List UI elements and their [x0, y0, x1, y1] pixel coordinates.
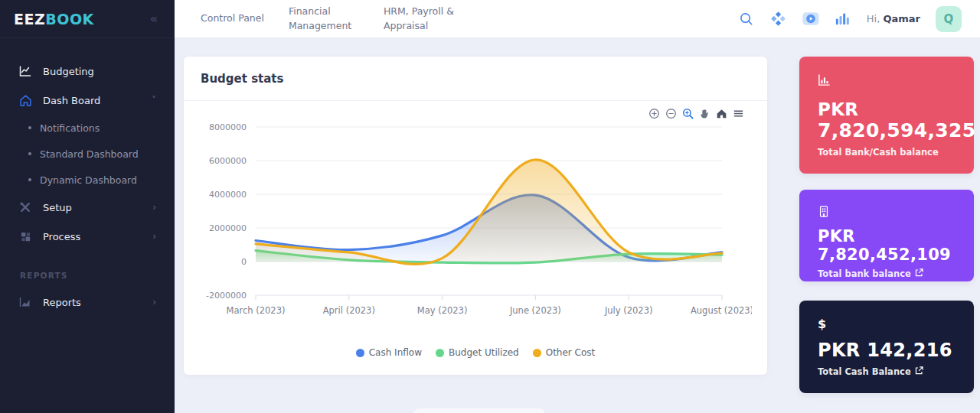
stat-label: Total bank balance [818, 268, 956, 279]
nav-link-control-panel[interactable]: Control Panel [201, 11, 264, 25]
stat-amount: PKR 142,216 [818, 340, 956, 362]
svg-text:0: 0 [241, 257, 247, 267]
logo-primary: EEZ [14, 11, 45, 28]
budget-chart[interactable]: 80000006000000400000020000000-2000000Mar… [185, 110, 752, 337]
search-icon[interactable] [738, 11, 755, 28]
chart-area: 80000006000000400000020000000-2000000Mar… [184, 101, 767, 375]
sidebar-item-process[interactable]: Process › [0, 222, 175, 251]
stat-card-cash-balance[interactable]: $ PKR 142,216 Total Cash Balance [799, 301, 974, 393]
stat-card-bank-balance[interactable]: PKR 7,820,452,109 Total bank balance [799, 190, 974, 281]
sidebar-item-label: Reports [43, 297, 81, 308]
menu-icon[interactable] [732, 107, 744, 119]
legend-dot [533, 349, 541, 357]
legend-label: Cash Inflow [369, 347, 422, 358]
chart-legend: Cash InflowBudget UtilizedOther Cost [184, 347, 767, 358]
apps-diamond-icon[interactable] [770, 11, 787, 28]
sidebar-subitem-label: Notifications [40, 122, 100, 134]
zoom-in-icon[interactable] [648, 107, 660, 119]
sidebar-item-reports[interactable]: Reports › [0, 288, 175, 317]
sidebar-item-dashboard[interactable]: Dash Board ˅ [0, 86, 175, 115]
username: Qamar [883, 13, 920, 24]
svg-text:August (2023): August (2023) [691, 305, 752, 316]
stat-label-text: Total Cash Balance [818, 366, 911, 377]
sidebar-item-label: Budgeting [43, 66, 94, 77]
svg-text:6000000: 6000000 [209, 156, 247, 166]
chevron-right-icon: › [152, 202, 156, 213]
stat-label: Total Cash Balance [818, 366, 956, 377]
home-reset-icon[interactable] [715, 107, 727, 119]
avatar[interactable]: Q [936, 6, 962, 32]
sidebar-subitem-label: Dynamic Dashboard [40, 174, 137, 186]
sidebar-nav: Budgeting Dash Board ˅ Notifications Sta… [0, 38, 175, 317]
bank-building-icon [818, 205, 956, 218]
svg-text:June (2023): June (2023) [509, 305, 561, 316]
topnav-links: Control Panel Financial Management HRM, … [201, 5, 459, 32]
budget-card-header: Budget stats [184, 57, 767, 101]
external-link-icon[interactable] [915, 366, 923, 377]
svg-text:April (2023): April (2023) [323, 305, 375, 316]
stat-currency: PKR [818, 99, 956, 119]
nav-link-hrm-payroll[interactable]: HRM, Payroll & Appraisal [384, 5, 459, 32]
bullet-icon [28, 152, 31, 155]
legend-dot [356, 349, 364, 357]
sidebar-subitem-notifications[interactable]: Notifications [0, 115, 175, 141]
sidebar: EEZBOOK « Budgeting Dash Board ˅ Notific… [0, 0, 175, 413]
selection-zoom-icon[interactable] [681, 107, 694, 119]
sidebar-item-setup[interactable]: Setup › [0, 193, 175, 222]
process-grid-icon [18, 229, 32, 243]
sidebar-collapse-icon[interactable]: « [150, 11, 158, 26]
sidebar-item-label: Process [43, 231, 80, 242]
video-tutorial-icon[interactable] [802, 11, 819, 28]
nav-link-financial-management[interactable]: Financial Management [289, 5, 359, 32]
bullet-icon [28, 178, 31, 181]
topnav-right: Hi, Qamar Q [738, 6, 962, 32]
stat-label: Total Bank/Cash balance [818, 147, 956, 158]
chevron-down-icon: ˅ [152, 95, 156, 106]
tools-icon [18, 200, 32, 214]
legend-dot [436, 349, 444, 357]
stat-label-text: Total Bank/Cash balance [818, 147, 939, 158]
zoom-out-icon[interactable] [665, 107, 677, 119]
stat-label-text: Total bank balance [818, 268, 911, 279]
budget-stats-card: Budget stats [184, 57, 767, 375]
chart-toolbar [648, 107, 744, 119]
legend-item[interactable]: Other Cost [533, 347, 596, 358]
legend-item[interactable]: Budget Utilized [436, 347, 519, 358]
svg-text:May (2023): May (2023) [417, 305, 468, 316]
bar-chart-icon [818, 72, 956, 87]
legend-label: Budget Utilized [449, 347, 519, 358]
app-logo: EEZBOOK [14, 11, 94, 28]
svg-text:July (2023): July (2023) [604, 305, 653, 316]
svg-text:March (2023): March (2023) [227, 305, 286, 316]
external-link-icon[interactable] [915, 268, 923, 279]
stats-bars-icon[interactable] [835, 11, 851, 28]
chevron-right-icon: › [152, 231, 156, 242]
topnav: Control Panel Financial Management HRM, … [175, 0, 980, 38]
stat-amount: 7,820,594,325 [818, 119, 956, 142]
sidebar-item-label: Setup [43, 202, 72, 213]
chevron-right-icon: › [152, 297, 156, 307]
sidebar-item-budgeting[interactable]: Budgeting [0, 57, 175, 86]
sidebar-section-reports: REPORTS [20, 271, 175, 280]
chart-line-icon [18, 64, 32, 78]
sidebar-subitem-standard-dashboard[interactable]: Standard Dashboard [0, 141, 175, 167]
stat-amount: PKR 7,820,452,109 [818, 227, 956, 264]
pan-hand-icon[interactable] [698, 107, 710, 119]
svg-text:-2000000: -2000000 [206, 291, 247, 301]
legend-item[interactable]: Cash Inflow [356, 347, 422, 358]
dollar-icon: $ [818, 316, 956, 331]
next-card-peek [413, 408, 545, 413]
area-chart-icon [18, 295, 32, 309]
sidebar-subitem-label: Standard Dashboard [40, 148, 139, 160]
sidebar-subitem-dynamic-dashboard[interactable]: Dynamic Dashboard [0, 167, 175, 193]
user-greeting: Hi, Qamar [867, 13, 920, 24]
svg-text:4000000: 4000000 [209, 190, 247, 200]
logo-accent: BOOK [45, 11, 94, 28]
home-icon [18, 93, 32, 107]
bullet-icon [28, 126, 31, 129]
screen: EEZBOOK « Budgeting Dash Board ˅ Notific… [0, 0, 980, 413]
svg-text:8000000: 8000000 [209, 122, 247, 132]
logo-row: EEZBOOK « [0, 0, 175, 38]
sidebar-item-label: Dash Board [43, 95, 100, 106]
stat-card-bank-cash[interactable]: PKR 7,820,594,325 Total Bank/Cash balanc… [799, 57, 974, 174]
